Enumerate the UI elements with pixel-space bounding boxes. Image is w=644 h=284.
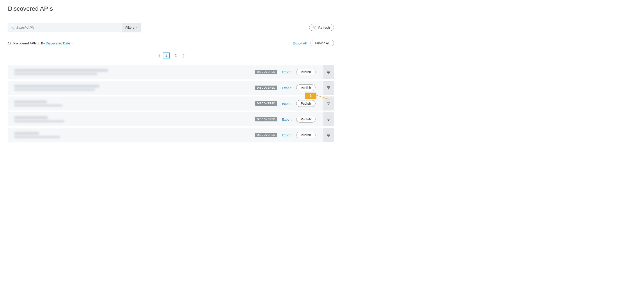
queue-button[interactable] [323, 112, 334, 126]
row-info [14, 85, 255, 91]
status-badge: DISCOVERED [255, 70, 277, 74]
row-title-redacted [14, 85, 100, 88]
page-number[interactable]: 2 [173, 52, 179, 58]
publish-button[interactable]: Publish [296, 84, 316, 91]
pagination: ⟨⟨ 12 ⟩⟩ [8, 52, 334, 58]
publish-button[interactable]: Publish [296, 100, 316, 107]
publish-all-button[interactable]: Publish All [310, 40, 334, 46]
queue-button[interactable] [323, 97, 334, 111]
meta-left: 17 Discovered APIs | By Discovered Date [8, 41, 73, 45]
refresh-icon [313, 26, 316, 29]
refresh-label: Refresh [318, 26, 330, 29]
queue-button[interactable] [323, 65, 334, 79]
row-subtitle-redacted [14, 104, 62, 107]
page-title: Discovered APIs [8, 5, 334, 12]
row-actions: DISCOVEREDExportPublish [255, 81, 334, 95]
sort-dropdown[interactable]: Discovered Date [46, 41, 73, 45]
search-input[interactable] [14, 26, 119, 29]
search-filter-group: Filters [8, 23, 141, 32]
refresh-button[interactable]: Refresh [309, 24, 334, 31]
export-link[interactable]: Export [282, 102, 292, 106]
svg-point-0 [11, 26, 13, 28]
publish-button[interactable]: Publish [296, 69, 316, 75]
row-title-redacted [14, 132, 39, 135]
table-row: DISCOVEREDExportPublish [8, 81, 334, 95]
table-row: DISCOVEREDExportPublish [8, 112, 334, 126]
row-info [14, 100, 255, 107]
export-link[interactable]: Export [282, 86, 292, 90]
export-link[interactable]: Export [282, 133, 292, 137]
queue-button[interactable] [323, 128, 334, 142]
api-list: DISCOVEREDExportPublishDISCOVEREDExportP… [8, 65, 334, 142]
status-badge: DISCOVERED [255, 117, 277, 122]
row-subtitle-redacted [14, 89, 95, 91]
meta-row: 17 Discovered APIs | By Discovered Date … [8, 40, 334, 46]
annotation-callout: 1 [305, 93, 316, 99]
publish-button[interactable]: Publish [296, 116, 316, 123]
row-subtitle-redacted [14, 136, 60, 138]
page-number[interactable]: 1 [163, 52, 170, 58]
publish-button[interactable]: Publish [296, 132, 316, 138]
export-link[interactable]: Export [282, 118, 292, 121]
row-info [14, 116, 255, 122]
table-row: DISCOVEREDExportPublish [8, 97, 334, 111]
search-box [8, 23, 122, 32]
export-all-link[interactable]: Export All [293, 41, 306, 45]
filters-button[interactable]: Filters [122, 23, 141, 32]
table-row: DISCOVEREDExportPublish [8, 65, 334, 79]
queue-button[interactable] [323, 81, 334, 95]
toolbar: Filters Refresh [8, 23, 334, 32]
count-text: 17 Discovered APIs [8, 41, 36, 45]
row-subtitle-redacted [14, 73, 97, 75]
export-link[interactable]: Export [282, 70, 292, 74]
meta-right: Export All Publish All [293, 40, 334, 46]
row-actions: DISCOVEREDExportPublish [255, 65, 334, 79]
chevron-down-icon [136, 26, 138, 29]
row-title-redacted [14, 69, 108, 72]
row-actions: DISCOVEREDExportPublish [255, 97, 334, 111]
svg-line-1 [13, 27, 14, 28]
row-info [14, 69, 255, 75]
by-text: By [41, 41, 45, 45]
status-badge: DISCOVERED [255, 133, 277, 137]
row-title-redacted [14, 116, 48, 119]
chevron-down-icon [71, 41, 73, 45]
page-next[interactable]: ⟩⟩ [182, 53, 184, 58]
search-icon [10, 25, 14, 29]
status-badge: DISCOVERED [255, 101, 277, 106]
sort-label: Discovered Date [46, 41, 70, 45]
row-title-redacted [14, 100, 47, 104]
filters-label: Filters [125, 26, 134, 29]
row-info [14, 132, 255, 138]
table-row: DISCOVEREDExportPublish [8, 128, 334, 142]
status-badge: DISCOVERED [255, 86, 277, 90]
row-actions: DISCOVEREDExportPublish [255, 112, 334, 126]
page-prev[interactable]: ⟨⟨ [158, 53, 160, 58]
row-subtitle-redacted [14, 120, 64, 122]
row-actions: DISCOVEREDExportPublish [255, 128, 334, 142]
